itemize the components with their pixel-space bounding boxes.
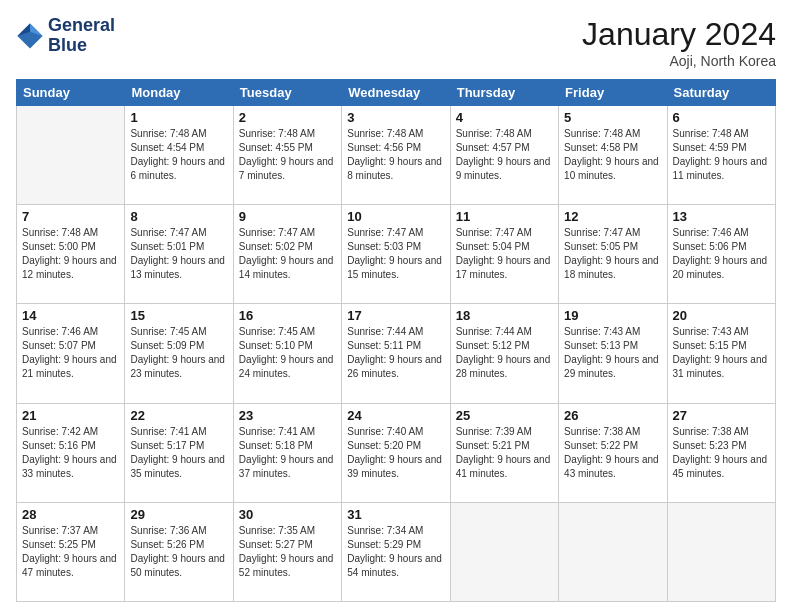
cell-info: Sunrise: 7:40 AMSunset: 5:20 PMDaylight:… xyxy=(347,425,444,481)
table-cell: 31Sunrise: 7:34 AMSunset: 5:29 PMDayligh… xyxy=(342,502,450,601)
table-row: 1Sunrise: 7:48 AMSunset: 4:54 PMDaylight… xyxy=(17,106,776,205)
calendar-table: Sunday Monday Tuesday Wednesday Thursday… xyxy=(16,79,776,602)
day-number: 8 xyxy=(130,209,227,224)
logo-icon xyxy=(16,22,44,50)
day-number: 19 xyxy=(564,308,661,323)
day-number: 27 xyxy=(673,408,770,423)
day-number: 18 xyxy=(456,308,553,323)
day-number: 29 xyxy=(130,507,227,522)
calendar-page: General Blue January 2024 Aoji, North Ko… xyxy=(0,0,792,612)
table-cell: 1Sunrise: 7:48 AMSunset: 4:54 PMDaylight… xyxy=(125,106,233,205)
col-wednesday: Wednesday xyxy=(342,80,450,106)
cell-info: Sunrise: 7:46 AMSunset: 5:07 PMDaylight:… xyxy=(22,325,119,381)
table-cell: 8Sunrise: 7:47 AMSunset: 5:01 PMDaylight… xyxy=(125,205,233,304)
table-cell: 20Sunrise: 7:43 AMSunset: 5:15 PMDayligh… xyxy=(667,304,775,403)
table-cell: 12Sunrise: 7:47 AMSunset: 5:05 PMDayligh… xyxy=(559,205,667,304)
day-number: 23 xyxy=(239,408,336,423)
table-cell: 24Sunrise: 7:40 AMSunset: 5:20 PMDayligh… xyxy=(342,403,450,502)
col-friday: Friday xyxy=(559,80,667,106)
cell-info: Sunrise: 7:41 AMSunset: 5:18 PMDaylight:… xyxy=(239,425,336,481)
table-cell xyxy=(559,502,667,601)
cell-info: Sunrise: 7:42 AMSunset: 5:16 PMDaylight:… xyxy=(22,425,119,481)
title-area: January 2024 Aoji, North Korea xyxy=(582,16,776,69)
cell-info: Sunrise: 7:48 AMSunset: 4:56 PMDaylight:… xyxy=(347,127,444,183)
table-cell: 13Sunrise: 7:46 AMSunset: 5:06 PMDayligh… xyxy=(667,205,775,304)
day-number: 13 xyxy=(673,209,770,224)
table-row: 7Sunrise: 7:48 AMSunset: 5:00 PMDaylight… xyxy=(17,205,776,304)
day-number: 10 xyxy=(347,209,444,224)
table-cell: 11Sunrise: 7:47 AMSunset: 5:04 PMDayligh… xyxy=(450,205,558,304)
day-number: 5 xyxy=(564,110,661,125)
col-sunday: Sunday xyxy=(17,80,125,106)
day-number: 7 xyxy=(22,209,119,224)
table-cell: 9Sunrise: 7:47 AMSunset: 5:02 PMDaylight… xyxy=(233,205,341,304)
location: Aoji, North Korea xyxy=(582,53,776,69)
cell-info: Sunrise: 7:48 AMSunset: 4:55 PMDaylight:… xyxy=(239,127,336,183)
day-number: 12 xyxy=(564,209,661,224)
day-number: 14 xyxy=(22,308,119,323)
table-cell: 29Sunrise: 7:36 AMSunset: 5:26 PMDayligh… xyxy=(125,502,233,601)
table-cell: 26Sunrise: 7:38 AMSunset: 5:22 PMDayligh… xyxy=(559,403,667,502)
cell-info: Sunrise: 7:34 AMSunset: 5:29 PMDaylight:… xyxy=(347,524,444,580)
table-cell: 10Sunrise: 7:47 AMSunset: 5:03 PMDayligh… xyxy=(342,205,450,304)
col-saturday: Saturday xyxy=(667,80,775,106)
table-cell xyxy=(667,502,775,601)
cell-info: Sunrise: 7:47 AMSunset: 5:03 PMDaylight:… xyxy=(347,226,444,282)
cell-info: Sunrise: 7:47 AMSunset: 5:05 PMDaylight:… xyxy=(564,226,661,282)
table-cell: 22Sunrise: 7:41 AMSunset: 5:17 PMDayligh… xyxy=(125,403,233,502)
cell-info: Sunrise: 7:45 AMSunset: 5:09 PMDaylight:… xyxy=(130,325,227,381)
day-number: 11 xyxy=(456,209,553,224)
table-row: 14Sunrise: 7:46 AMSunset: 5:07 PMDayligh… xyxy=(17,304,776,403)
col-tuesday: Tuesday xyxy=(233,80,341,106)
cell-info: Sunrise: 7:43 AMSunset: 5:13 PMDaylight:… xyxy=(564,325,661,381)
col-monday: Monday xyxy=(125,80,233,106)
col-thursday: Thursday xyxy=(450,80,558,106)
cell-info: Sunrise: 7:48 AMSunset: 5:00 PMDaylight:… xyxy=(22,226,119,282)
table-row: 28Sunrise: 7:37 AMSunset: 5:25 PMDayligh… xyxy=(17,502,776,601)
cell-info: Sunrise: 7:43 AMSunset: 5:15 PMDaylight:… xyxy=(673,325,770,381)
table-cell: 19Sunrise: 7:43 AMSunset: 5:13 PMDayligh… xyxy=(559,304,667,403)
day-number: 30 xyxy=(239,507,336,522)
cell-info: Sunrise: 7:39 AMSunset: 5:21 PMDaylight:… xyxy=(456,425,553,481)
cell-info: Sunrise: 7:48 AMSunset: 4:54 PMDaylight:… xyxy=(130,127,227,183)
day-number: 17 xyxy=(347,308,444,323)
table-cell: 21Sunrise: 7:42 AMSunset: 5:16 PMDayligh… xyxy=(17,403,125,502)
cell-info: Sunrise: 7:48 AMSunset: 4:58 PMDaylight:… xyxy=(564,127,661,183)
cell-info: Sunrise: 7:47 AMSunset: 5:02 PMDaylight:… xyxy=(239,226,336,282)
table-cell: 7Sunrise: 7:48 AMSunset: 5:00 PMDaylight… xyxy=(17,205,125,304)
day-number: 31 xyxy=(347,507,444,522)
cell-info: Sunrise: 7:36 AMSunset: 5:26 PMDaylight:… xyxy=(130,524,227,580)
table-cell xyxy=(450,502,558,601)
day-number: 25 xyxy=(456,408,553,423)
day-number: 22 xyxy=(130,408,227,423)
cell-info: Sunrise: 7:46 AMSunset: 5:06 PMDaylight:… xyxy=(673,226,770,282)
cell-info: Sunrise: 7:47 AMSunset: 5:01 PMDaylight:… xyxy=(130,226,227,282)
table-cell: 3Sunrise: 7:48 AMSunset: 4:56 PMDaylight… xyxy=(342,106,450,205)
table-cell: 16Sunrise: 7:45 AMSunset: 5:10 PMDayligh… xyxy=(233,304,341,403)
day-number: 3 xyxy=(347,110,444,125)
table-cell: 27Sunrise: 7:38 AMSunset: 5:23 PMDayligh… xyxy=(667,403,775,502)
cell-info: Sunrise: 7:45 AMSunset: 5:10 PMDaylight:… xyxy=(239,325,336,381)
table-row: 21Sunrise: 7:42 AMSunset: 5:16 PMDayligh… xyxy=(17,403,776,502)
day-number: 28 xyxy=(22,507,119,522)
table-cell: 23Sunrise: 7:41 AMSunset: 5:18 PMDayligh… xyxy=(233,403,341,502)
header-row: Sunday Monday Tuesday Wednesday Thursday… xyxy=(17,80,776,106)
day-number: 26 xyxy=(564,408,661,423)
header: General Blue January 2024 Aoji, North Ko… xyxy=(16,16,776,69)
table-cell: 6Sunrise: 7:48 AMSunset: 4:59 PMDaylight… xyxy=(667,106,775,205)
cell-info: Sunrise: 7:44 AMSunset: 5:11 PMDaylight:… xyxy=(347,325,444,381)
table-cell: 30Sunrise: 7:35 AMSunset: 5:27 PMDayligh… xyxy=(233,502,341,601)
table-cell: 5Sunrise: 7:48 AMSunset: 4:58 PMDaylight… xyxy=(559,106,667,205)
cell-info: Sunrise: 7:38 AMSunset: 5:22 PMDaylight:… xyxy=(564,425,661,481)
table-cell: 14Sunrise: 7:46 AMSunset: 5:07 PMDayligh… xyxy=(17,304,125,403)
cell-info: Sunrise: 7:35 AMSunset: 5:27 PMDaylight:… xyxy=(239,524,336,580)
logo-line2: Blue xyxy=(48,36,115,56)
table-cell: 25Sunrise: 7:39 AMSunset: 5:21 PMDayligh… xyxy=(450,403,558,502)
day-number: 9 xyxy=(239,209,336,224)
table-cell xyxy=(17,106,125,205)
cell-info: Sunrise: 7:41 AMSunset: 5:17 PMDaylight:… xyxy=(130,425,227,481)
day-number: 16 xyxy=(239,308,336,323)
table-cell: 17Sunrise: 7:44 AMSunset: 5:11 PMDayligh… xyxy=(342,304,450,403)
logo: General Blue xyxy=(16,16,115,56)
table-cell: 2Sunrise: 7:48 AMSunset: 4:55 PMDaylight… xyxy=(233,106,341,205)
